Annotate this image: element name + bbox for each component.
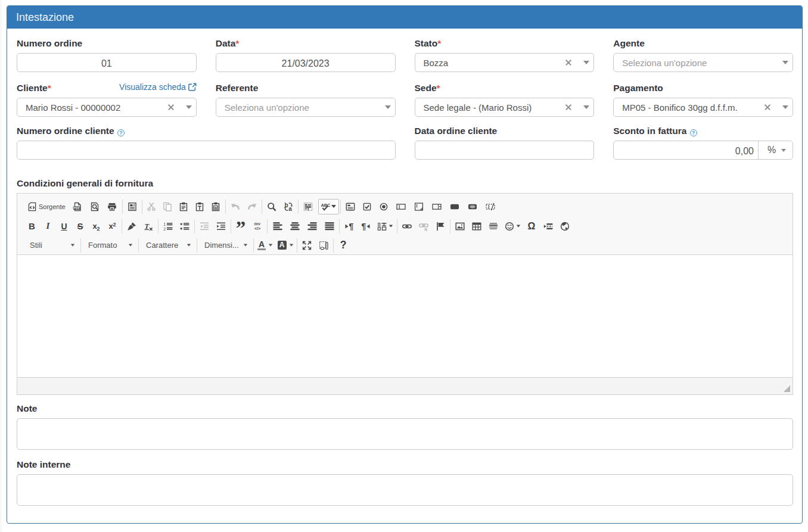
svg-text:</>: </> — [254, 226, 260, 231]
svg-text:2: 2 — [163, 226, 166, 231]
svg-text:PDF: PDF — [73, 206, 80, 210]
svg-text:T: T — [144, 222, 150, 230]
svg-text:ABC: ABC — [321, 202, 330, 207]
svg-text:W: W — [215, 206, 218, 209]
svg-text:DIV: DIV — [254, 222, 261, 226]
svg-text:a: a — [288, 206, 292, 211]
svg-text:1: 1 — [163, 222, 166, 226]
